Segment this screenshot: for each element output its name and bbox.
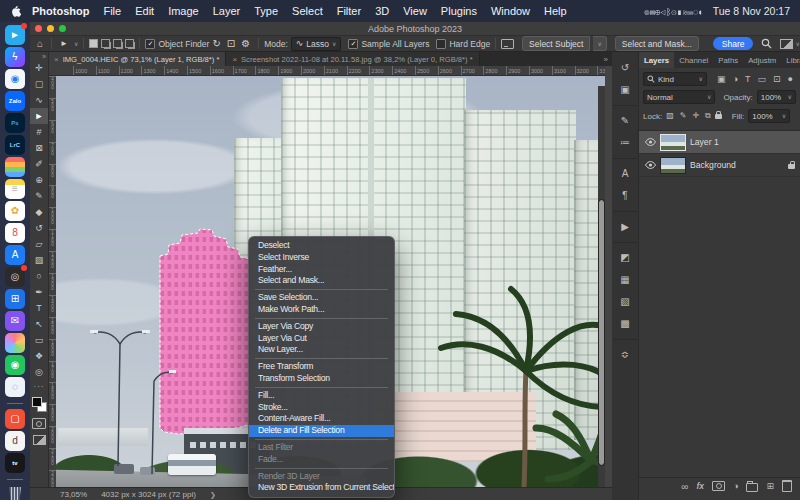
menubar-item[interactable]: View [396, 5, 434, 17]
filter-smart-objects-icon[interactable]: ⊡ [773, 75, 781, 84]
context-menu-item[interactable]: Content-Aware Fill... [249, 413, 394, 425]
filter-shape-layers-icon[interactable]: ▭ [757, 75, 766, 84]
context-menu-item[interactable] [249, 316, 394, 321]
context-menu-item[interactable]: Fade... [249, 454, 394, 466]
screen-record-icon[interactable]: ⊙ [671, 7, 676, 17]
lasso-tool[interactable]: ∿ [30, 92, 48, 108]
rectangle-tool[interactable]: ▭ [30, 332, 48, 348]
object-finder-checkbox[interactable]: ✓ Object Finder [145, 39, 209, 49]
context-menu-item[interactable] [249, 287, 394, 292]
zoom-level-field[interactable]: 73,05% [60, 490, 87, 499]
fill-field[interactable]: 100% ∨ [748, 109, 790, 123]
layer-filter-kind-select[interactable]: Kind ∨ [643, 72, 707, 86]
scrollbar-thumb[interactable] [599, 200, 604, 465]
paragraph-panel-icon[interactable]: ¶ [615, 186, 635, 205]
menubar-clock[interactable]: Tue 8 Nov 20:17 [713, 5, 790, 17]
panel-tab[interactable]: Librarie: [781, 52, 800, 68]
filter-pixel-layers-icon[interactable]: ▣ [717, 75, 726, 84]
context-menu-item[interactable]: Feather... [249, 264, 394, 276]
history-panel-icon[interactable]: ↺ [615, 58, 635, 77]
lock-paint-icon[interactable]: ✎ [680, 112, 687, 120]
menubar-item[interactable]: Type [247, 5, 285, 17]
menubar-item[interactable]: Image [161, 5, 206, 17]
crop-tool[interactable]: # [30, 124, 48, 140]
select-subject-button[interactable]: Select Subject [522, 36, 590, 51]
context-menu-item[interactable]: Make Work Path... [249, 304, 394, 316]
screen-mode-toggle-icon[interactable] [33, 435, 46, 445]
context-menu-item[interactable] [249, 466, 394, 471]
home-icon[interactable]: ⌂ [37, 39, 43, 49]
lock-move-icon[interactable]: ✛ [692, 112, 699, 120]
layer-thumbnail[interactable] [661, 135, 685, 150]
move-tool[interactable]: ✛ [30, 60, 48, 76]
context-menu-item[interactable]: Layer Via Copy [249, 321, 394, 333]
layer-thumbnail[interactable] [661, 158, 685, 173]
show-all-objects-icon[interactable]: ⊡ [227, 39, 235, 49]
context-menu-item[interactable]: Select and Mask... [249, 275, 394, 287]
layer-visibility-eye-icon[interactable] [644, 161, 656, 169]
menubar-item[interactable]: Help [537, 5, 574, 17]
dock-lightroom-icon[interactable]: LrC [5, 135, 25, 155]
adjustments-panel-icon[interactable]: ≎ [615, 345, 635, 364]
context-menu-item[interactable]: New 3D Extrusion from Current Selection [249, 482, 394, 494]
menubar-item[interactable]: File [96, 5, 128, 17]
context-menu-item[interactable]: Deselect [249, 240, 394, 252]
blend-mode-select[interactable]: Normal ∨ [643, 90, 715, 104]
link-layers-icon[interactable]: ∞ [681, 481, 688, 492]
new-adjustment-layer-icon[interactable]: ◑ [733, 481, 738, 491]
filter-toggle-icon[interactable]: ● [788, 75, 793, 84]
menubar-item[interactable]: 3D [368, 5, 396, 17]
object-finder-settings-gear-icon[interactable]: ⚙ [241, 39, 250, 49]
add-selection-mode-button[interactable] [101, 39, 110, 48]
panel-tab[interactable]: Paths [713, 52, 743, 68]
color-swatches[interactable] [31, 396, 47, 412]
mode-select[interactable]: ∿ Lasso ∨ [291, 37, 342, 51]
timeline-panel-icon[interactable]: ▶ [615, 217, 635, 236]
context-menu-item[interactable]: Last Filter [249, 442, 394, 454]
edit-toolbar-icon[interactable]: ··· [34, 382, 45, 391]
gradient-tool[interactable]: ▨ [30, 252, 48, 268]
dock-d-app-icon[interactable]: d [5, 431, 25, 451]
layer-row[interactable]: Layer 1 [639, 131, 800, 154]
clone-stamp-tool[interactable]: ◆ [30, 204, 48, 220]
brush-settings-panel-icon[interactable]: ✎ [615, 111, 635, 130]
current-tool-badge[interactable]: ► ∨ [57, 40, 78, 48]
filter-adjustment-layers-icon[interactable]: ◑ [733, 75, 738, 84]
panel-tab[interactable]: Channel [674, 52, 713, 68]
stage-manager-icon[interactable]: ◍ [644, 7, 649, 17]
dock-photos-icon[interactable]: ✿ [5, 201, 25, 221]
context-menu-item[interactable]: Fill... [249, 390, 394, 402]
quick-mask-icon[interactable] [32, 418, 46, 429]
context-menu-item[interactable]: Select Inverse [249, 252, 394, 264]
hand-tool[interactable]: ❖ [30, 348, 48, 364]
new-layer-icon[interactable]: ⊞ [766, 481, 774, 491]
layer-row[interactable]: Background [639, 154, 800, 177]
lock-artboard-icon[interactable]: ⧉ [705, 112, 711, 120]
layer-style-fx-button[interactable]: fx [696, 481, 704, 491]
context-menu-item[interactable]: Free Transform [249, 361, 394, 373]
dock-launchpad-icon[interactable] [5, 333, 25, 353]
dock-lens-app-icon[interactable]: ◎ [5, 267, 25, 287]
context-menu-item[interactable] [249, 356, 394, 361]
share-button[interactable]: Share [713, 37, 754, 50]
close-tab-icon[interactable]: × [54, 55, 59, 64]
dock-calendar-icon[interactable]: 8 [5, 223, 25, 243]
tab-overflow-icon[interactable]: » [600, 52, 612, 66]
context-menu-item[interactable]: Transform Selection [249, 373, 394, 385]
context-menu-item[interactable] [249, 437, 394, 442]
status-chevron-icon[interactable]: ❯ [210, 491, 216, 498]
context-menu-item[interactable]: New Layer... [249, 344, 394, 356]
dock-chat-app-icon[interactable]: ✉ [5, 311, 25, 331]
hard-edge-checkbox[interactable]: ✓ Hard Edge [436, 39, 490, 49]
chevron-down-icon[interactable]: ∨ [795, 41, 799, 47]
panel-tab[interactable]: Layers [639, 52, 674, 68]
libraries-panel-icon[interactable]: ▣ [615, 80, 635, 99]
pen-tool[interactable]: ✒ [30, 284, 48, 300]
select-subject-dropdown-button[interactable]: ∨ [593, 36, 606, 51]
wifi-icon[interactable]: ≋ [682, 7, 687, 17]
menubar-item[interactable]: Layer [206, 5, 248, 17]
healing-brush-tool[interactable]: ⊕ [30, 172, 48, 188]
dock-notes-icon[interactable]: ≡ [5, 179, 25, 199]
context-menu-item[interactable]: Stroke... [249, 402, 394, 414]
tablet-pressure-icon[interactable] [501, 39, 514, 49]
